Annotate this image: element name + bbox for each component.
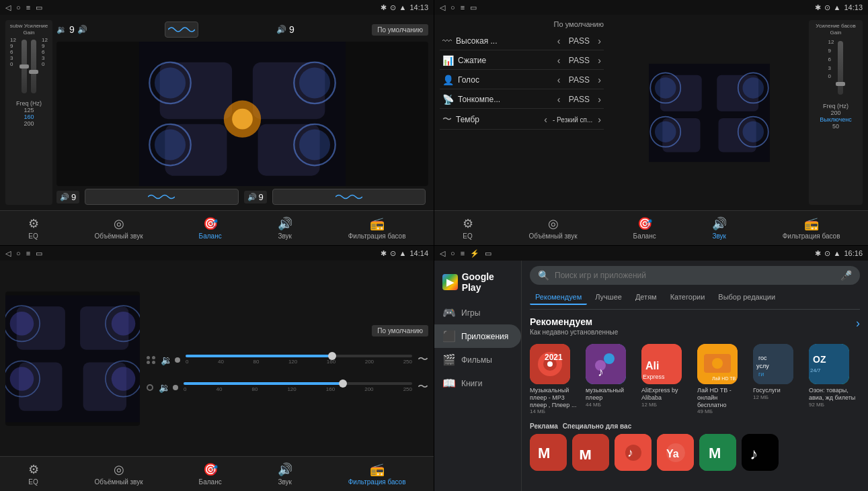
nav-sound-q1[interactable]: 🔊 Звук bbox=[278, 216, 292, 240]
ads-subtitle: Специально для вас bbox=[563, 422, 632, 430]
sidebar-item-games[interactable]: 🎮 Игры bbox=[434, 301, 521, 324]
scale-right: 12 9 6 3 0 bbox=[42, 37, 48, 96]
nav-balance-q3[interactable]: 🎯 Баланс bbox=[199, 462, 222, 486]
app-card-oz[interactable]: OZ 24/7 Озон: товары, авиа, жд билеты 92… bbox=[809, 344, 859, 414]
eq-arrow-right-tone[interactable]: › bbox=[598, 94, 601, 105]
tab-categories[interactable]: Категории bbox=[665, 290, 711, 305]
vol-right-icon[interactable]: 🔊 bbox=[276, 25, 286, 34]
sidebar-item-apps[interactable]: ⬛ Приложения bbox=[434, 324, 521, 348]
q1-main-content: subw Усиление Gain 12 9 6 3 0 bbox=[0, 15, 434, 210]
preset-button-q3[interactable]: По умолчанию bbox=[372, 325, 428, 337]
search-bar-gplay[interactable]: 🔍 🎤 bbox=[530, 266, 860, 285]
mic-icon-gplay[interactable]: 🎤 bbox=[840, 270, 852, 281]
app-icon-gov: гос услу ги bbox=[753, 344, 793, 384]
menu-icon-q3[interactable]: ≡ bbox=[26, 249, 30, 257]
tab-kids[interactable]: Детям bbox=[630, 290, 662, 305]
app-card-tv[interactable]: Лай HD TB Лай HD TB - онлайн бесплатно 4… bbox=[697, 344, 748, 414]
gain-thumb-left[interactable] bbox=[19, 64, 29, 69]
app-icon-music-app[interactable]: ♪ bbox=[615, 434, 652, 471]
screenshot-icon[interactable]: ▭ bbox=[36, 3, 42, 12]
circle-icon-q4[interactable]: ○ bbox=[450, 249, 455, 257]
eq-arrow-right-treble[interactable]: › bbox=[598, 36, 601, 46]
eq-arrow-left-timbre[interactable]: ‹ bbox=[544, 114, 547, 125]
sidebar-item-movies[interactable]: 🎬 Фильмы bbox=[434, 348, 521, 371]
sidebar-item-books[interactable]: 📖 Книги bbox=[434, 371, 521, 395]
back-icon-q2[interactable]: ◁ bbox=[440, 3, 445, 12]
nav-surround-q3[interactable]: ◎ Объёмный звук bbox=[95, 462, 143, 486]
nav-surround-q1[interactable]: ◎ Объёмный звук bbox=[95, 216, 143, 240]
eq-arrow-right-compress[interactable]: › bbox=[598, 55, 601, 66]
vol-down-icon-s1[interactable]: 🔉 bbox=[161, 355, 172, 365]
tab-recommended[interactable]: Рекомендуем bbox=[530, 290, 587, 305]
gain-thumb-q2[interactable] bbox=[836, 82, 845, 86]
circle-icon[interactable]: ○ bbox=[16, 3, 21, 11]
nav-eq-q2[interactable]: ⚙ EQ bbox=[463, 216, 473, 240]
menu-icon[interactable]: ≡ bbox=[26, 3, 30, 11]
app-icon-metro[interactable]: М bbox=[530, 434, 567, 471]
app-icon-tiktok[interactable]: ♪ bbox=[742, 434, 779, 471]
screenshot-icon-q3[interactable]: ▭ bbox=[36, 249, 42, 258]
eq-arrow-right-voice[interactable]: › bbox=[598, 75, 601, 85]
screenshot-icon-q4[interactable]: ▭ bbox=[485, 249, 491, 258]
nav-sound-q2[interactable]: 🔊 Звук bbox=[712, 216, 727, 240]
eq-arrow-left-compress[interactable]: ‹ bbox=[557, 55, 561, 66]
nav-sound-q3[interactable]: 🔊 Звук bbox=[278, 462, 292, 486]
eq-arrow-left-treble[interactable]: ‹ bbox=[557, 36, 561, 46]
sidebar-games-label: Игры bbox=[461, 308, 480, 318]
vol-up-icon[interactable]: 🔊 bbox=[77, 25, 87, 34]
eq-arrow-right-timbre[interactable]: › bbox=[598, 114, 601, 125]
app-icon-m-store[interactable]: м bbox=[572, 434, 609, 471]
dot-tr bbox=[152, 356, 155, 359]
more-arrow[interactable]: › bbox=[856, 316, 860, 330]
app-size-tv: 49 МБ bbox=[697, 408, 748, 414]
eq-arrow-left-voice[interactable]: ‹ bbox=[557, 75, 561, 85]
vol-down-icon-s2[interactable]: 🔉 bbox=[159, 382, 170, 393]
wave-button-bottom-right[interactable] bbox=[272, 189, 426, 205]
nav-bass-q3[interactable]: 📻 Фильтрация басов bbox=[348, 462, 406, 486]
menu-icon-q4[interactable]: ≡ bbox=[461, 249, 465, 257]
app-icon-mapp[interactable]: M bbox=[699, 434, 736, 471]
gain-slider-right[interactable] bbox=[31, 40, 36, 93]
tab-best[interactable]: Лучшее bbox=[590, 290, 627, 305]
circle-icon-q2[interactable]: ○ bbox=[450, 3, 455, 11]
back-icon-q3[interactable]: ◁ bbox=[5, 249, 11, 258]
app-icon-yandex[interactable]: Ya bbox=[657, 434, 694, 471]
app-card-gov[interactable]: гос услу ги Госуслуги 12 МБ bbox=[753, 344, 803, 414]
svg-point-21 bbox=[742, 77, 764, 99]
status-bar-left-q1: ◁ ○ ≡ ▭ bbox=[5, 3, 42, 12]
menu-icon-q2[interactable]: ≡ bbox=[461, 3, 465, 11]
nav-balance-q1[interactable]: 🎯 Баланс bbox=[199, 216, 222, 240]
back-icon[interactable]: ◁ bbox=[5, 3, 11, 12]
tab-editors[interactable]: Выбор редакции bbox=[713, 290, 781, 305]
wave-button-bottom-left[interactable] bbox=[85, 189, 238, 205]
back-icon-q4[interactable]: ◁ bbox=[440, 249, 445, 258]
screenshot-icon-q2[interactable]: ▭ bbox=[470, 3, 477, 12]
eq-arrow-left-tone[interactable]: ‹ bbox=[557, 94, 561, 105]
circle-icon-q3[interactable]: ○ bbox=[16, 249, 21, 257]
app-card-music1[interactable]: 2021 Музыкальный плеер - MP3 плеер , Пле… bbox=[530, 344, 580, 414]
wave-button-top[interactable] bbox=[165, 21, 198, 38]
nav-surround-q2[interactable]: ◎ Объёмный звук bbox=[529, 216, 578, 240]
app-card-music2[interactable]: ♪ музыкальный плеер 44 МБ bbox=[586, 344, 636, 414]
nav-bass-q1[interactable]: 📻 Фильтрация басов bbox=[348, 216, 406, 240]
gain-slider-left[interactable] bbox=[22, 40, 27, 93]
horiz-slider-2[interactable]: 04080120160200250 bbox=[184, 382, 412, 392]
gain-thumb-right[interactable] bbox=[29, 70, 38, 74]
car-image-q1 bbox=[56, 42, 428, 186]
status-bar-q4: ◁ ○ ≡ ⚡ ▭ ✱ ⊙ ▲ 16:16 bbox=[434, 246, 868, 261]
nav-balance-q2[interactable]: 🎯 Баланс bbox=[633, 216, 656, 240]
time-q1: 14:13 bbox=[409, 3, 428, 11]
nav-eq-q1[interactable]: ⚙ EQ bbox=[28, 216, 39, 240]
vol-down-icon[interactable]: 🔉 bbox=[56, 25, 67, 34]
nav-eq-q3[interactable]: ⚙ EQ bbox=[28, 462, 39, 486]
search-input-gplay[interactable] bbox=[555, 271, 835, 280]
preset-button-q1[interactable]: По умолчанию bbox=[372, 24, 428, 36]
vol-ctrl-right-top: 🔊 9 bbox=[276, 24, 294, 35]
app-card-ali[interactable]: Ali Express AliExpress by Alibaba 12 МБ bbox=[641, 344, 692, 414]
app-name-oz: Озон: товары, авиа, жд билеты bbox=[809, 387, 859, 402]
horiz-slider-1[interactable]: 04080120160200250 bbox=[186, 355, 412, 365]
gain-slider-q2[interactable] bbox=[838, 41, 843, 95]
app-name-music1: Музыкальный плеер - MP3 плеер , Плеер ..… bbox=[530, 387, 580, 408]
nav-bass-q2[interactable]: 📻 Фильтрация басов bbox=[783, 216, 840, 240]
dot-pair-top bbox=[147, 356, 155, 359]
